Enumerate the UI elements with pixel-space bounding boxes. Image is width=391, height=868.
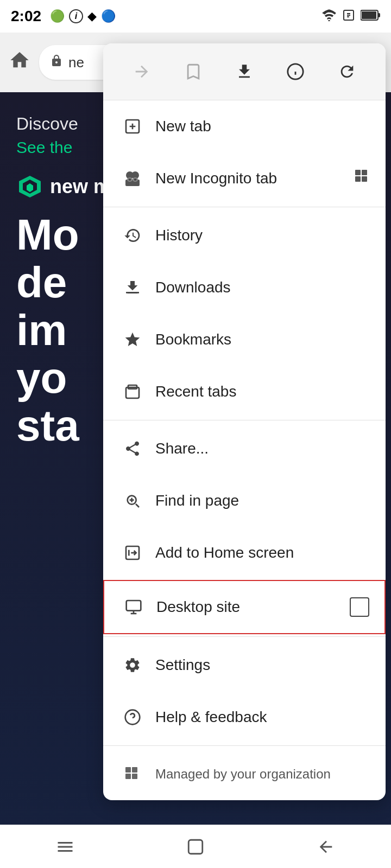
downloads-icon <box>118 273 147 302</box>
svg-point-22 <box>129 178 131 181</box>
divider-4 <box>103 745 386 746</box>
svg-rect-43 <box>132 767 137 773</box>
overview-button[interactable] <box>174 825 217 869</box>
desktop-site-label: Desktop site <box>156 598 350 616</box>
battery-icon <box>361 9 380 23</box>
settings-label: Settings <box>155 656 370 674</box>
settings-icon <box>118 651 147 679</box>
menu-item-new-incognito-tab[interactable]: New Incognito tab <box>103 152 386 205</box>
svg-rect-6 <box>362 11 376 19</box>
downloads-label: Downloads <box>155 279 370 296</box>
bottom-nav <box>0 825 391 868</box>
svg-rect-42 <box>125 767 131 773</box>
wifi-icon <box>321 9 337 23</box>
home-button[interactable] <box>9 49 30 76</box>
incognito-icon <box>118 164 147 193</box>
svg-point-23 <box>134 178 137 181</box>
star-icon <box>118 326 147 354</box>
share-label: Share... <box>155 440 370 457</box>
managed-icon <box>118 760 147 788</box>
reload-button[interactable] <box>330 54 364 89</box>
download-button[interactable] <box>227 54 262 89</box>
recent-tabs-icon <box>118 378 147 406</box>
toolbar-row <box>103 43 386 100</box>
svg-rect-27 <box>362 176 367 182</box>
menu-item-new-tab[interactable]: New tab <box>103 100 386 152</box>
menu-item-history[interactable]: History <box>103 209 386 261</box>
menu-item-recent-tabs[interactable]: Recent tabs <box>103 366 386 418</box>
desktop-site-checkbox[interactable] <box>350 597 369 617</box>
menu-item-settings[interactable]: Settings <box>103 639 386 691</box>
find-in-page-icon <box>118 487 147 515</box>
google-one-icon: 🟢 <box>50 9 65 23</box>
new-incognito-tab-label: New Incognito tab <box>155 170 354 187</box>
menu-item-managed[interactable]: Managed by your organization <box>103 748 386 800</box>
status-left-icons: 🟢 i ◆ 🔵 <box>50 9 116 23</box>
app-icon-1: ◆ <box>87 9 97 23</box>
add-home-icon <box>118 539 147 567</box>
new-tab-label: New tab <box>155 118 370 135</box>
svg-rect-44 <box>125 774 131 779</box>
info-button[interactable] <box>278 54 313 89</box>
desktop-icon <box>119 593 148 621</box>
forward-button[interactable] <box>124 54 159 89</box>
divider-2 <box>103 420 386 420</box>
svg-rect-37 <box>127 601 141 611</box>
bookmarks-label: Bookmarks <box>155 331 370 348</box>
menu-item-downloads[interactable]: Downloads <box>103 261 386 314</box>
notification-icon <box>342 9 355 24</box>
back-button[interactable] <box>304 825 348 869</box>
context-menu: New tab New Incognito tab <box>103 43 386 800</box>
svg-rect-45 <box>132 774 137 779</box>
svg-rect-7 <box>378 13 380 17</box>
status-bar: 2:02 🟢 i ◆ 🔵 <box>0 0 391 33</box>
share-icon <box>118 435 147 463</box>
history-icon <box>118 221 147 250</box>
menu-item-share[interactable]: Share... <box>103 423 386 475</box>
svg-line-31 <box>136 504 139 507</box>
svg-point-0 <box>328 20 330 21</box>
menu-item-find-in-page[interactable]: Find in page <box>103 475 386 527</box>
url-text: ne <box>68 54 84 71</box>
menu-button[interactable] <box>43 825 87 869</box>
app-icon-2: 🔵 <box>101 9 116 23</box>
svg-rect-25 <box>362 170 367 175</box>
incognito-badge-icon <box>354 169 370 189</box>
status-right-icons <box>321 9 380 24</box>
menu-item-help-feedback[interactable]: Help & feedback <box>103 691 386 743</box>
bg-logo-text: new m <box>50 175 111 198</box>
managed-label: Managed by your organization <box>155 767 370 782</box>
menu-item-desktop-site[interactable]: Desktop site <box>103 580 386 634</box>
svg-rect-24 <box>355 170 361 175</box>
add-to-home-label: Add to Home screen <box>155 544 370 561</box>
lock-icon <box>50 54 63 71</box>
find-in-page-label: Find in page <box>155 492 370 509</box>
status-time: 2:02 <box>11 8 41 25</box>
recent-tabs-label: Recent tabs <box>155 383 370 400</box>
help-icon <box>118 703 147 731</box>
divider-1 <box>103 207 386 207</box>
help-feedback-label: Help & feedback <box>155 709 370 726</box>
svg-rect-26 <box>355 176 361 182</box>
plus-square-icon <box>118 112 147 141</box>
bookmark-button[interactable] <box>176 54 211 89</box>
menu-item-bookmarks[interactable]: Bookmarks <box>103 314 386 366</box>
divider-3 <box>103 636 386 637</box>
svg-rect-46 <box>188 840 203 854</box>
menu-item-add-to-home[interactable]: Add to Home screen <box>103 527 386 579</box>
history-label: History <box>155 227 370 244</box>
info-icon: i <box>69 9 83 23</box>
